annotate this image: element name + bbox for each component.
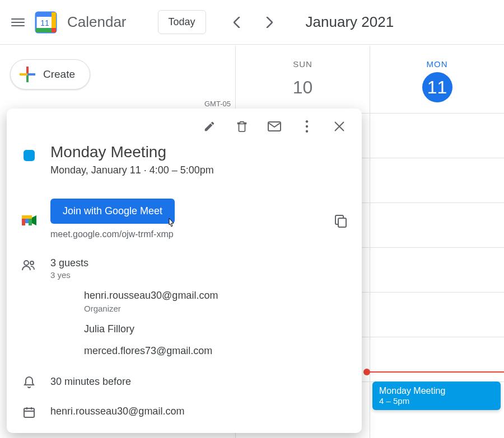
more-options-button[interactable] bbox=[299, 119, 315, 134]
date-number[interactable]: 10 bbox=[288, 72, 318, 102]
guest-role: Organizer bbox=[84, 304, 347, 313]
calendar-icon bbox=[21, 404, 37, 418]
svg-point-12 bbox=[306, 125, 308, 128]
date-number[interactable]: 11 bbox=[422, 72, 452, 102]
guests-row: 3 guests 3 yes henri.rousseau30@gmail.co… bbox=[7, 254, 362, 362]
bell-icon bbox=[21, 374, 37, 389]
email-guests-button[interactable] bbox=[267, 119, 282, 134]
day-header: Mon 11 bbox=[370, 46, 504, 102]
day-column-mon[interactable]: Mon 11 Monday Meeting 4 – 5pm bbox=[370, 46, 504, 438]
meet-link-text: meet.google.com/ojw-trmf-xmp bbox=[50, 229, 321, 239]
guest-yes-count: 3 yes bbox=[50, 270, 347, 280]
guest-item[interactable]: henri.rousseau30@gmail.com bbox=[84, 290, 347, 302]
day-of-week: Mon bbox=[370, 59, 504, 69]
google-meet-icon bbox=[21, 212, 37, 227]
current-time-indicator bbox=[367, 371, 504, 373]
reminder-text: 30 minutes before bbox=[50, 376, 347, 388]
copy-link-button[interactable] bbox=[335, 210, 347, 228]
svg-point-21 bbox=[24, 261, 29, 265]
guest-item[interactable]: merced.flores73@gmail.com bbox=[84, 345, 347, 357]
svg-rect-17 bbox=[29, 219, 32, 225]
calendar-owner: henri.rousseau30@gmail.com bbox=[50, 406, 347, 417]
current-time-dot-icon bbox=[363, 369, 370, 375]
app-header: 11 Calendar Today January 2021 bbox=[0, 0, 504, 45]
svg-rect-7 bbox=[26, 74, 29, 82]
pointer-cursor-icon bbox=[166, 217, 177, 229]
guests-icon bbox=[21, 257, 37, 271]
svg-point-22 bbox=[30, 261, 34, 265]
svg-text:11: 11 bbox=[40, 18, 49, 27]
svg-rect-20 bbox=[338, 218, 346, 227]
edit-event-button[interactable] bbox=[202, 119, 217, 134]
svg-rect-9 bbox=[27, 73, 35, 76]
day-of-week: Sun bbox=[236, 59, 370, 69]
meet-row: Join with Google Meet meet.google.com/oj… bbox=[7, 195, 362, 243]
event-title-row: Monday Meeting Monday, January 11 · 4:00… bbox=[7, 140, 362, 180]
popup-toolbar bbox=[7, 109, 362, 140]
event-datetime: Monday, January 11 · 4:00 – 5:00pm bbox=[50, 164, 347, 176]
day-header: Sun 10 bbox=[236, 46, 370, 102]
close-popup-button[interactable] bbox=[332, 119, 347, 134]
create-event-button[interactable]: Create bbox=[10, 59, 90, 90]
event-chip-title: Monday Meeting bbox=[379, 386, 494, 396]
event-title: Monday Meeting bbox=[50, 143, 347, 161]
svg-rect-18 bbox=[25, 219, 29, 223]
create-button-label: Create bbox=[43, 68, 75, 81]
calendar-owner-row: henri.rousseau30@gmail.com bbox=[7, 401, 362, 422]
svg-point-11 bbox=[306, 120, 308, 123]
today-button[interactable]: Today bbox=[158, 10, 206, 34]
guest-count: 3 guests bbox=[50, 257, 347, 269]
timezone-label: GMT-05 bbox=[204, 100, 231, 108]
app-name: Calendar bbox=[67, 13, 127, 31]
delete-event-button[interactable] bbox=[234, 119, 250, 134]
event-details-popup: Monday Meeting Monday, January 11 · 4:00… bbox=[7, 109, 362, 433]
svg-point-13 bbox=[306, 130, 308, 133]
next-period-button[interactable] bbox=[258, 11, 280, 34]
guest-item[interactable]: Julia Fillory bbox=[84, 323, 347, 335]
hamburger-menu-icon[interactable] bbox=[11, 16, 25, 29]
event-chip[interactable]: Monday Meeting 4 – 5pm bbox=[372, 382, 501, 410]
svg-rect-16 bbox=[22, 215, 32, 219]
reminder-row: 30 minutes before bbox=[7, 370, 362, 393]
join-meet-label: Join with Google Meet bbox=[63, 205, 162, 216]
svg-rect-8 bbox=[20, 73, 27, 76]
event-chip-time: 4 – 5pm bbox=[379, 396, 494, 406]
guest-list: henri.rousseau30@gmail.com Organizer Jul… bbox=[50, 290, 347, 357]
current-date-range: January 2021 bbox=[306, 13, 394, 31]
svg-rect-4 bbox=[52, 28, 56, 32]
join-meet-button[interactable]: Join with Google Meet bbox=[50, 199, 175, 224]
prev-period-button[interactable] bbox=[226, 11, 249, 34]
event-color-swatch bbox=[24, 150, 35, 161]
svg-rect-23 bbox=[24, 408, 34, 417]
svg-rect-6 bbox=[26, 67, 29, 74]
calendar-logo-icon: 11 bbox=[34, 10, 58, 35]
plus-icon bbox=[20, 67, 35, 82]
